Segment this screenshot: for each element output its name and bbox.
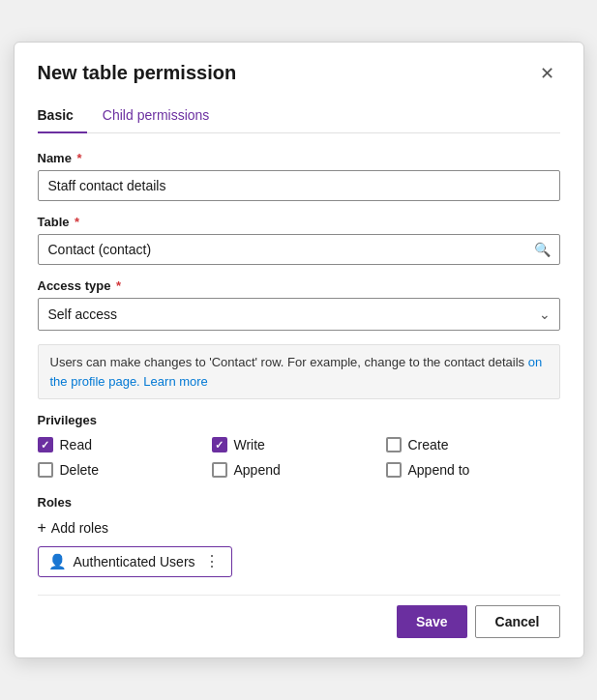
role-chip-authenticated-users: 👤 Authenticated Users ⋮ xyxy=(38,546,232,577)
privileges-label: Privileges xyxy=(38,413,560,427)
read-checkbox[interactable] xyxy=(38,437,53,452)
dialog-footer: Save Cancel xyxy=(38,595,560,638)
table-input[interactable] xyxy=(38,234,560,265)
create-checkbox[interactable] xyxy=(386,437,402,452)
name-input[interactable] xyxy=(38,170,560,201)
close-button[interactable]: ✕ xyxy=(534,63,560,84)
access-type-select[interactable]: Self access Global access Deep access Lo… xyxy=(38,298,560,331)
access-type-field-group: Access type * Self access Global access … xyxy=(38,278,560,331)
role-more-options-button[interactable]: ⋮ xyxy=(202,554,222,569)
privileges-grid: Read Write Create Delete Append Append t… xyxy=(38,437,560,478)
privilege-append-to[interactable]: Append to xyxy=(386,462,560,478)
plus-icon: + xyxy=(38,519,46,537)
search-icon: 🔍 xyxy=(534,242,551,257)
table-input-wrapper: 🔍 xyxy=(38,234,560,265)
access-type-select-wrapper: Self access Global access Deep access Lo… xyxy=(38,298,560,331)
name-field-group: Name * xyxy=(38,151,560,201)
tab-basic[interactable]: Basic xyxy=(38,100,87,132)
dialog-header: New table permission ✕ xyxy=(38,62,560,84)
table-label: Table * xyxy=(38,215,560,229)
write-checkbox[interactable] xyxy=(212,437,227,452)
access-type-info-box: Users can make changes to 'Contact' row.… xyxy=(38,344,560,399)
privilege-create[interactable]: Create xyxy=(386,437,560,452)
privilege-delete[interactable]: Delete xyxy=(38,462,212,478)
learn-more-link[interactable]: Learn more xyxy=(143,374,207,389)
save-button[interactable]: Save xyxy=(397,605,467,638)
dialog-title: New table permission xyxy=(38,62,237,84)
tab-bar: Basic Child permissions xyxy=(38,100,560,133)
append-to-checkbox[interactable] xyxy=(386,462,402,478)
add-roles-button[interactable]: + Add roles xyxy=(38,519,109,537)
privilege-read[interactable]: Read xyxy=(38,437,212,452)
privilege-append[interactable]: Append xyxy=(212,462,386,478)
roles-section: Roles + Add roles 👤 Authenticated Users … xyxy=(38,495,560,577)
user-group-icon: 👤 xyxy=(48,553,67,570)
name-label: Name * xyxy=(38,151,560,165)
append-checkbox[interactable] xyxy=(212,462,227,478)
cancel-button[interactable]: Cancel xyxy=(475,605,560,638)
new-table-permission-dialog: New table permission ✕ Basic Child permi… xyxy=(14,42,584,658)
privilege-write[interactable]: Write xyxy=(212,437,386,452)
access-type-label: Access type * xyxy=(38,278,560,293)
tab-child-permissions[interactable]: Child permissions xyxy=(103,100,223,132)
delete-checkbox[interactable] xyxy=(38,462,53,478)
table-field-group: Table * 🔍 xyxy=(38,215,560,265)
roles-label: Roles xyxy=(38,495,560,510)
